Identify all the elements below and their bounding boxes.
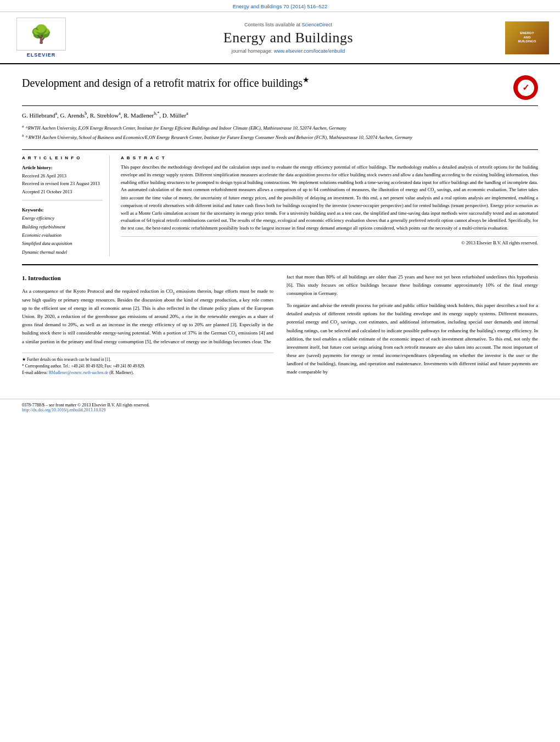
revised-date: Received in revised form 23 August 2013 xyxy=(22,180,103,187)
copyright-line: © 2013 Elsevier B.V. All rights reserved… xyxy=(121,236,538,246)
footnote-corresponding: * Corresponding author. Tel.: +49 241 80… xyxy=(22,363,273,370)
bottom-bar: 0378-7788/$ – see front matter © 2013 El… xyxy=(0,399,560,412)
article-info-column: A R T I C L E I N F O Article history: R… xyxy=(22,155,110,256)
body-para-2: fact that more than 80% of all buildings… xyxy=(287,273,538,298)
body-col-right: fact that more than 80% of all buildings… xyxy=(287,273,538,380)
sciencedirect-prefix: Contents lists available at xyxy=(244,22,302,27)
keyword-4: Simplified data acquisition xyxy=(22,239,103,248)
affiliation-a: a ᵃ RWTH Aachen University, E,ON Energy … xyxy=(22,124,538,132)
homepage-link: journal homepage: www.elsevier.com/locat… xyxy=(82,48,494,54)
history-label: Article history: xyxy=(22,164,103,171)
footnote-section: ★ Further details on this research can b… xyxy=(22,353,273,376)
accepted-date: Accepted 21 October 2013 xyxy=(22,188,103,196)
article-title: Development and design of a retrofit mat… xyxy=(22,75,505,90)
keywords-label: Keywords: xyxy=(22,206,103,214)
article-content: Development and design of a retrofit mat… xyxy=(0,64,560,391)
body-para-1: As a consequence of the Kyoto Protocol a… xyxy=(22,287,273,346)
homepage-anchor[interactable]: www.elsevier.com/locate/enbuild xyxy=(274,48,345,54)
elsevier-label: ELSEVIER xyxy=(27,52,56,58)
crossmark-badge: ✓ xyxy=(513,75,538,100)
keywords-section: Keywords: Energy efficiency Building ref… xyxy=(22,206,103,256)
affiliation-b-text: ᵇ RWTH Aachen University, School of Busi… xyxy=(25,135,412,140)
eb-logo-text: ENERGYANDBUILDINGS xyxy=(518,31,536,44)
received-date: Received 26 April 2013 xyxy=(22,172,103,180)
keywords-list: Energy efficiency Building refurbishment… xyxy=(22,214,103,256)
body-content: 1. Introduction As a consequence of the … xyxy=(22,264,538,380)
keyword-1: Energy efficiency xyxy=(22,214,103,222)
title-star: ★ xyxy=(303,76,310,84)
homepage-prefix: journal homepage: xyxy=(232,48,274,54)
two-col-body: 1. Introduction As a consequence of the … xyxy=(22,273,538,380)
issn-line: 0378-7788/$ – see front matter © 2013 El… xyxy=(22,403,538,408)
citation-bar: Energy and Buildings 70 (2014) 516–522 xyxy=(0,0,560,12)
article-info-heading: A R T I C L E I N F O xyxy=(22,155,103,160)
footnote-email: E-mail address: RMadlener@eonerc.rwth-aa… xyxy=(22,370,273,376)
info-abstract-section: A R T I C L E I N F O Article history: R… xyxy=(22,149,538,256)
elsevier-logo: 🌳 ELSEVIER xyxy=(11,18,71,58)
abstract-heading: A B S T R A C T xyxy=(121,155,538,160)
journal-title: Energy and Buildings xyxy=(82,30,494,46)
logo-image: 🌳 xyxy=(16,18,66,51)
journal-header: 🌳 ELSEVIER Contents lists available at S… xyxy=(0,12,560,64)
energy-buildings-logo: ENERGYANDBUILDINGS xyxy=(505,21,549,54)
tree-icon: 🌳 xyxy=(30,25,52,43)
sciencedirect-link: Contents lists available at ScienceDirec… xyxy=(82,22,494,27)
keyword-2: Building refurbishment xyxy=(22,223,103,231)
footnote-star: ★ Further details on this research can b… xyxy=(22,356,273,363)
journal-center: Contents lists available at ScienceDirec… xyxy=(71,22,505,54)
citation-text: Energy and Buildings 70 (2014) 516–522 xyxy=(233,3,328,9)
body-para-3: To organize and advise the retrofit proc… xyxy=(287,302,538,376)
doi-link[interactable]: http://dx.doi.org/10.1016/j.enbuild.2013… xyxy=(22,408,106,412)
authors-line: G. Hillebranda, G. Arendsb, R. Streblowa… xyxy=(22,110,538,120)
affiliation-b: b ᵇ RWTH Aachen University, School of Bu… xyxy=(22,133,538,141)
affiliation-a-text: ᵃ RWTH Aachen University, E,ON Energy Re… xyxy=(25,125,346,131)
keyword-3: Economic evaluation xyxy=(22,231,103,239)
title-section: Development and design of a retrofit mat… xyxy=(22,75,538,106)
article-history: Article history: Received 26 April 2013 … xyxy=(22,164,103,200)
email-link[interactable]: RMadlener@eonerc.rwth-aachen.de xyxy=(49,370,109,375)
abstract-text: This paper describes the methodology dev… xyxy=(121,164,538,232)
body-col-left: 1. Introduction As a consequence of the … xyxy=(22,273,273,380)
abstract-column: A B S T R A C T This paper describes the… xyxy=(121,155,538,256)
page: Energy and Buildings 70 (2014) 516–522 🌳… xyxy=(0,0,560,742)
sciencedirect-anchor[interactable]: ScienceDirect xyxy=(302,22,333,27)
section-1-heading: 1. Introduction xyxy=(22,273,273,283)
keyword-5: Dynamic thermal model xyxy=(22,248,103,256)
title-text: Development and design of a retrofit mat… xyxy=(22,77,303,89)
crossmark-icon: ✓ xyxy=(518,80,534,96)
doi-line: http://dx.doi.org/10.1016/j.enbuild.2013… xyxy=(22,408,538,412)
